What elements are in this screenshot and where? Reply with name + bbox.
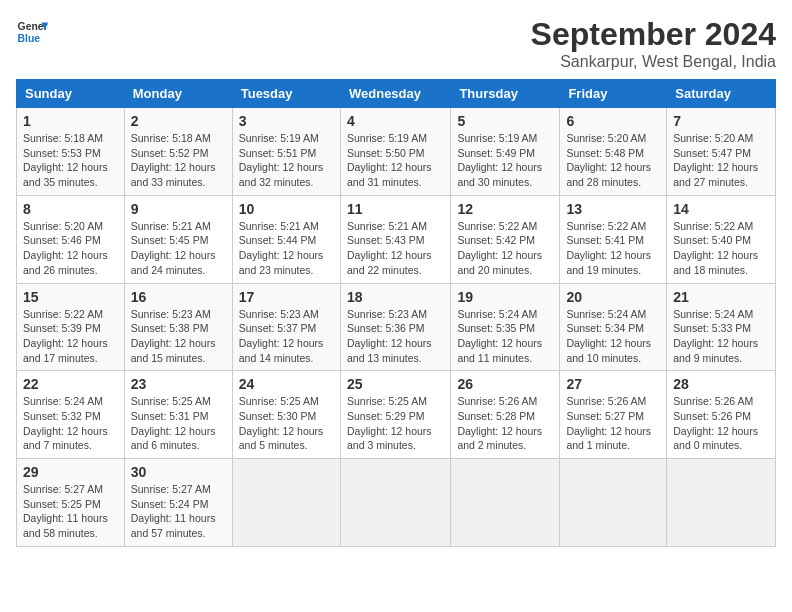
day-info: Sunrise: 5:26 AMSunset: 5:26 PMDaylight:… xyxy=(673,395,758,451)
calendar-cell xyxy=(232,459,340,547)
day-info: Sunrise: 5:21 AMSunset: 5:43 PMDaylight:… xyxy=(347,220,432,276)
calendar-cell: 27Sunrise: 5:26 AMSunset: 5:27 PMDayligh… xyxy=(560,371,667,459)
calendar-cell: 16Sunrise: 5:23 AMSunset: 5:38 PMDayligh… xyxy=(124,283,232,371)
day-number: 26 xyxy=(457,376,553,392)
day-info: Sunrise: 5:21 AMSunset: 5:44 PMDaylight:… xyxy=(239,220,324,276)
page-header: General Blue September 2024 Sankarpur, W… xyxy=(16,16,776,71)
day-info: Sunrise: 5:24 AMSunset: 5:34 PMDaylight:… xyxy=(566,308,651,364)
calendar-table: SundayMondayTuesdayWednesdayThursdayFrid… xyxy=(16,79,776,547)
calendar-week-5: 29Sunrise: 5:27 AMSunset: 5:25 PMDayligh… xyxy=(17,459,776,547)
day-info: Sunrise: 5:23 AMSunset: 5:38 PMDaylight:… xyxy=(131,308,216,364)
day-number: 19 xyxy=(457,289,553,305)
col-header-friday: Friday xyxy=(560,80,667,108)
day-info: Sunrise: 5:19 AMSunset: 5:49 PMDaylight:… xyxy=(457,132,542,188)
col-header-wednesday: Wednesday xyxy=(340,80,450,108)
calendar-week-2: 8Sunrise: 5:20 AMSunset: 5:46 PMDaylight… xyxy=(17,195,776,283)
calendar-cell xyxy=(667,459,776,547)
day-number: 13 xyxy=(566,201,660,217)
calendar-cell: 8Sunrise: 5:20 AMSunset: 5:46 PMDaylight… xyxy=(17,195,125,283)
day-info: Sunrise: 5:24 AMSunset: 5:35 PMDaylight:… xyxy=(457,308,542,364)
day-info: Sunrise: 5:19 AMSunset: 5:51 PMDaylight:… xyxy=(239,132,324,188)
day-info: Sunrise: 5:26 AMSunset: 5:28 PMDaylight:… xyxy=(457,395,542,451)
col-header-sunday: Sunday xyxy=(17,80,125,108)
calendar-cell: 6Sunrise: 5:20 AMSunset: 5:48 PMDaylight… xyxy=(560,108,667,196)
day-info: Sunrise: 5:22 AMSunset: 5:40 PMDaylight:… xyxy=(673,220,758,276)
day-info: Sunrise: 5:22 AMSunset: 5:41 PMDaylight:… xyxy=(566,220,651,276)
calendar-cell: 29Sunrise: 5:27 AMSunset: 5:25 PMDayligh… xyxy=(17,459,125,547)
day-number: 28 xyxy=(673,376,769,392)
day-number: 20 xyxy=(566,289,660,305)
calendar-body: 1Sunrise: 5:18 AMSunset: 5:53 PMDaylight… xyxy=(17,108,776,547)
calendar-cell xyxy=(340,459,450,547)
svg-text:Blue: Blue xyxy=(18,33,41,44)
day-info: Sunrise: 5:18 AMSunset: 5:52 PMDaylight:… xyxy=(131,132,216,188)
calendar-cell: 12Sunrise: 5:22 AMSunset: 5:42 PMDayligh… xyxy=(451,195,560,283)
day-number: 7 xyxy=(673,113,769,129)
day-number: 8 xyxy=(23,201,118,217)
day-info: Sunrise: 5:23 AMSunset: 5:37 PMDaylight:… xyxy=(239,308,324,364)
calendar-cell: 1Sunrise: 5:18 AMSunset: 5:53 PMDaylight… xyxy=(17,108,125,196)
day-info: Sunrise: 5:21 AMSunset: 5:45 PMDaylight:… xyxy=(131,220,216,276)
day-number: 25 xyxy=(347,376,444,392)
calendar-cell: 20Sunrise: 5:24 AMSunset: 5:34 PMDayligh… xyxy=(560,283,667,371)
calendar-cell: 23Sunrise: 5:25 AMSunset: 5:31 PMDayligh… xyxy=(124,371,232,459)
day-info: Sunrise: 5:22 AMSunset: 5:42 PMDaylight:… xyxy=(457,220,542,276)
calendar-header-row: SundayMondayTuesdayWednesdayThursdayFrid… xyxy=(17,80,776,108)
calendar-cell: 25Sunrise: 5:25 AMSunset: 5:29 PMDayligh… xyxy=(340,371,450,459)
calendar-cell: 15Sunrise: 5:22 AMSunset: 5:39 PMDayligh… xyxy=(17,283,125,371)
day-number: 16 xyxy=(131,289,226,305)
day-number: 29 xyxy=(23,464,118,480)
calendar-cell: 11Sunrise: 5:21 AMSunset: 5:43 PMDayligh… xyxy=(340,195,450,283)
day-number: 23 xyxy=(131,376,226,392)
day-info: Sunrise: 5:24 AMSunset: 5:32 PMDaylight:… xyxy=(23,395,108,451)
day-number: 14 xyxy=(673,201,769,217)
day-info: Sunrise: 5:25 AMSunset: 5:29 PMDaylight:… xyxy=(347,395,432,451)
calendar-cell: 18Sunrise: 5:23 AMSunset: 5:36 PMDayligh… xyxy=(340,283,450,371)
logo-icon: General Blue xyxy=(16,16,48,48)
day-number: 17 xyxy=(239,289,334,305)
day-number: 11 xyxy=(347,201,444,217)
col-header-tuesday: Tuesday xyxy=(232,80,340,108)
calendar-cell: 24Sunrise: 5:25 AMSunset: 5:30 PMDayligh… xyxy=(232,371,340,459)
col-header-thursday: Thursday xyxy=(451,80,560,108)
day-number: 22 xyxy=(23,376,118,392)
day-number: 18 xyxy=(347,289,444,305)
calendar-cell: 22Sunrise: 5:24 AMSunset: 5:32 PMDayligh… xyxy=(17,371,125,459)
day-number: 3 xyxy=(239,113,334,129)
day-number: 30 xyxy=(131,464,226,480)
day-info: Sunrise: 5:22 AMSunset: 5:39 PMDaylight:… xyxy=(23,308,108,364)
calendar-cell: 13Sunrise: 5:22 AMSunset: 5:41 PMDayligh… xyxy=(560,195,667,283)
day-number: 4 xyxy=(347,113,444,129)
day-info: Sunrise: 5:27 AMSunset: 5:25 PMDaylight:… xyxy=(23,483,108,539)
page-subtitle: Sankarpur, West Bengal, India xyxy=(531,53,776,71)
day-number: 21 xyxy=(673,289,769,305)
calendar-cell: 7Sunrise: 5:20 AMSunset: 5:47 PMDaylight… xyxy=(667,108,776,196)
logo: General Blue xyxy=(16,16,48,48)
day-number: 1 xyxy=(23,113,118,129)
calendar-cell: 17Sunrise: 5:23 AMSunset: 5:37 PMDayligh… xyxy=(232,283,340,371)
day-number: 9 xyxy=(131,201,226,217)
calendar-week-3: 15Sunrise: 5:22 AMSunset: 5:39 PMDayligh… xyxy=(17,283,776,371)
col-header-monday: Monday xyxy=(124,80,232,108)
calendar-week-4: 22Sunrise: 5:24 AMSunset: 5:32 PMDayligh… xyxy=(17,371,776,459)
calendar-cell: 10Sunrise: 5:21 AMSunset: 5:44 PMDayligh… xyxy=(232,195,340,283)
day-info: Sunrise: 5:25 AMSunset: 5:31 PMDaylight:… xyxy=(131,395,216,451)
day-number: 15 xyxy=(23,289,118,305)
day-info: Sunrise: 5:20 AMSunset: 5:47 PMDaylight:… xyxy=(673,132,758,188)
day-info: Sunrise: 5:24 AMSunset: 5:33 PMDaylight:… xyxy=(673,308,758,364)
day-info: Sunrise: 5:18 AMSunset: 5:53 PMDaylight:… xyxy=(23,132,108,188)
calendar-cell: 9Sunrise: 5:21 AMSunset: 5:45 PMDaylight… xyxy=(124,195,232,283)
title-block: September 2024 Sankarpur, West Bengal, I… xyxy=(531,16,776,71)
calendar-cell: 21Sunrise: 5:24 AMSunset: 5:33 PMDayligh… xyxy=(667,283,776,371)
calendar-cell: 28Sunrise: 5:26 AMSunset: 5:26 PMDayligh… xyxy=(667,371,776,459)
day-number: 2 xyxy=(131,113,226,129)
calendar-cell: 14Sunrise: 5:22 AMSunset: 5:40 PMDayligh… xyxy=(667,195,776,283)
day-info: Sunrise: 5:26 AMSunset: 5:27 PMDaylight:… xyxy=(566,395,651,451)
calendar-cell: 30Sunrise: 5:27 AMSunset: 5:24 PMDayligh… xyxy=(124,459,232,547)
day-info: Sunrise: 5:27 AMSunset: 5:24 PMDaylight:… xyxy=(131,483,216,539)
calendar-cell: 5Sunrise: 5:19 AMSunset: 5:49 PMDaylight… xyxy=(451,108,560,196)
day-info: Sunrise: 5:25 AMSunset: 5:30 PMDaylight:… xyxy=(239,395,324,451)
day-number: 10 xyxy=(239,201,334,217)
calendar-week-1: 1Sunrise: 5:18 AMSunset: 5:53 PMDaylight… xyxy=(17,108,776,196)
day-number: 5 xyxy=(457,113,553,129)
